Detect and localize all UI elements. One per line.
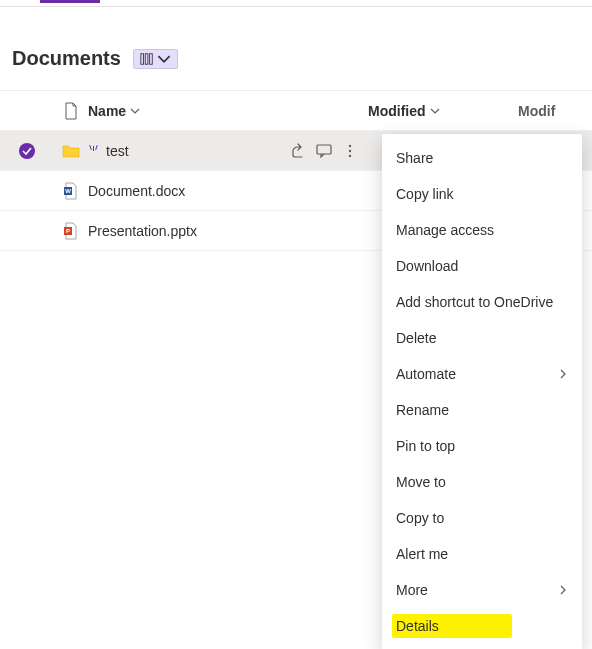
- view-switcher[interactable]: [133, 49, 178, 69]
- svg-point-5: [349, 149, 351, 151]
- ctx-download[interactable]: Download: [382, 248, 582, 284]
- row-type-icon: P: [54, 222, 88, 240]
- svg-point-4: [349, 144, 351, 146]
- ctx-manage-access[interactable]: Manage access: [382, 212, 582, 248]
- powerpoint-file-icon: P: [63, 222, 79, 240]
- ctx-details[interactable]: Details: [382, 608, 582, 644]
- svg-text:P: P: [66, 228, 70, 234]
- ctx-move-to[interactable]: Move to: [382, 464, 582, 500]
- svg-text:W: W: [65, 188, 71, 194]
- row-type-icon: [54, 144, 88, 158]
- svg-point-6: [349, 154, 351, 156]
- col-modified-by-label: Modif: [518, 103, 555, 119]
- chevron-down-icon: [430, 106, 440, 116]
- ctx-automate[interactable]: Automate: [382, 356, 582, 392]
- svg-rect-1: [145, 53, 148, 64]
- ctx-add-shortcut[interactable]: Add shortcut to OneDrive: [382, 284, 582, 320]
- word-file-icon: W: [63, 182, 79, 200]
- ctx-more[interactable]: More: [382, 572, 582, 608]
- selected-check-icon: [19, 143, 35, 159]
- ctx-rename[interactable]: Rename: [382, 392, 582, 428]
- svg-rect-2: [150, 53, 153, 64]
- col-header-modified-by[interactable]: Modif: [518, 103, 592, 119]
- page-title: Documents: [12, 47, 121, 70]
- tiles-view-icon: [140, 52, 154, 66]
- col-header-name[interactable]: Name: [88, 103, 368, 119]
- ctx-copy-to[interactable]: Copy to: [382, 500, 582, 536]
- more-vertical-icon[interactable]: [342, 143, 358, 159]
- active-tab-indicator: [40, 0, 100, 3]
- ctx-share[interactable]: Share: [382, 140, 582, 176]
- ctx-delete[interactable]: Delete: [382, 320, 582, 356]
- chevron-down-icon: [157, 52, 171, 66]
- col-type-icon: [54, 102, 88, 120]
- row-actions: [290, 143, 368, 159]
- row-name-cell[interactable]: test: [88, 143, 368, 159]
- ctx-pin-to-top[interactable]: Pin to top: [382, 428, 582, 464]
- ctx-copy-link[interactable]: Copy link: [382, 176, 582, 212]
- share-icon[interactable]: [290, 143, 306, 159]
- col-header-modified[interactable]: Modified: [368, 103, 518, 119]
- col-modified-label: Modified: [368, 103, 426, 119]
- row-name-text: Presentation.pptx: [88, 223, 197, 239]
- row-name-cell[interactable]: Presentation.pptx: [88, 223, 368, 239]
- chevron-right-icon: [558, 585, 568, 595]
- page-header: Documents: [0, 7, 592, 90]
- chevron-down-icon: [130, 106, 140, 116]
- ctx-alert-me[interactable]: Alert me: [382, 536, 582, 572]
- svg-rect-3: [317, 145, 331, 154]
- context-menu: Share Copy link Manage access Download A…: [382, 134, 582, 649]
- row-select-cell[interactable]: [0, 143, 54, 159]
- comment-icon[interactable]: [316, 143, 332, 159]
- svg-rect-0: [141, 53, 144, 64]
- row-name-cell[interactable]: Document.docx: [88, 183, 368, 199]
- row-type-icon: W: [54, 182, 88, 200]
- row-name-text: Document.docx: [88, 183, 185, 199]
- chevron-right-icon: [558, 369, 568, 379]
- row-name-text: test: [106, 143, 129, 159]
- loading-indicator-icon: [88, 145, 98, 157]
- folder-icon: [62, 144, 80, 158]
- list-header-row: Name Modified Modif: [0, 91, 592, 131]
- file-icon: [63, 102, 79, 120]
- app-top-bar: [0, 0, 592, 7]
- col-name-label: Name: [88, 103, 126, 119]
